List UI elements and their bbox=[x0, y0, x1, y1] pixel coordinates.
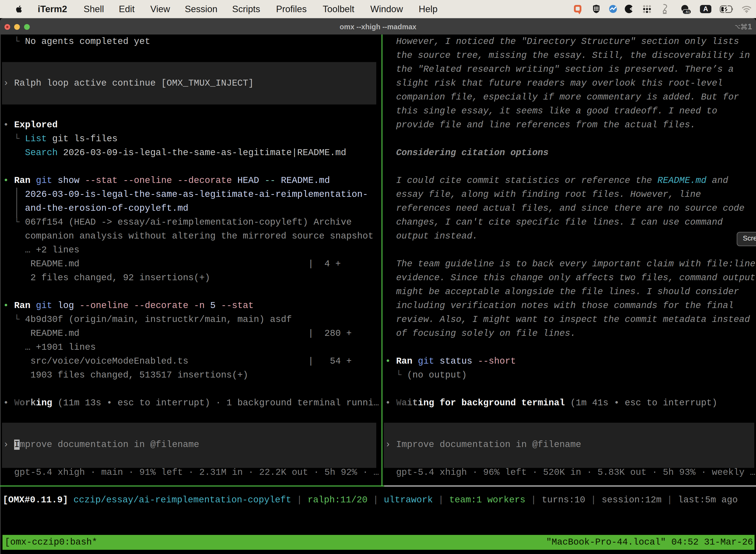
svg-text:..61: ..61 bbox=[684, 10, 690, 14]
